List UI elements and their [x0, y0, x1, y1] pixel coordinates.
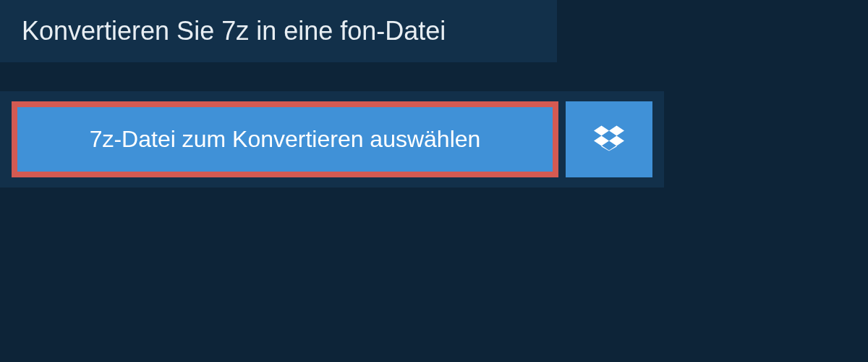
page-title: Konvertieren Sie 7z in eine fon-Datei	[22, 16, 535, 46]
header-bar: Konvertieren Sie 7z in eine fon-Datei	[0, 0, 557, 62]
dropbox-icon	[594, 123, 624, 156]
select-file-label: 7z-Datei zum Konvertieren auswählen	[90, 126, 481, 153]
dropbox-button[interactable]	[566, 101, 652, 177]
select-file-button[interactable]: 7z-Datei zum Konvertieren auswählen	[12, 101, 558, 177]
action-panel: 7z-Datei zum Konvertieren auswählen	[0, 91, 664, 188]
